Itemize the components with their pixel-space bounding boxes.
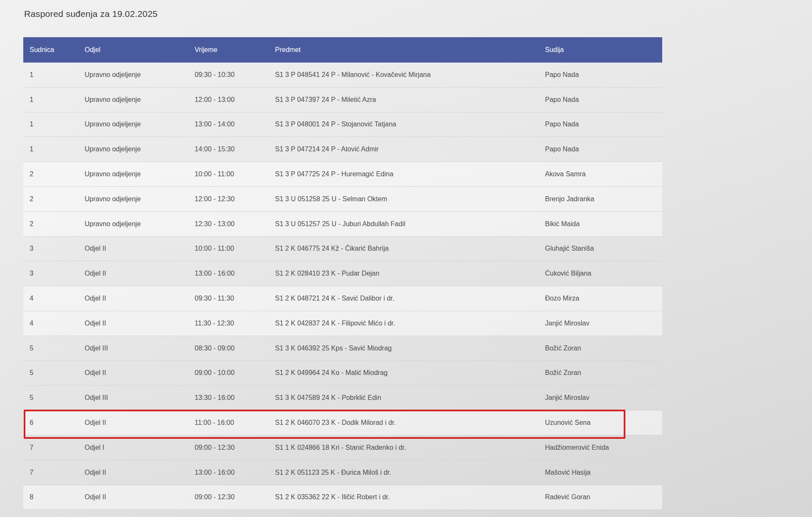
cell-predmet: S1 2 K 046070 23 K - Dodik Milorad i dr. [275, 419, 545, 427]
cell-odjel: Odjel II [85, 245, 195, 252]
cell-sudija: Brenjo Jadranka [545, 195, 662, 203]
cell-vrijeme: 13:00 - 14:00 [195, 120, 275, 128]
cell-sudija: Papo Nada [545, 71, 662, 79]
cell-odjel: Odjel II [85, 419, 195, 427]
cell-sudnica: 2 [23, 220, 85, 228]
table-row: 3Odjel II10:00 - 11:00S1 2 K 046775 24 K… [23, 237, 662, 262]
cell-predmet: S1 2 K 042837 24 K - Filipović Mićo i dr… [275, 320, 545, 327]
cell-odjel: Odjel II [85, 369, 195, 377]
cell-predmet: S1 3 K 046392 25 Kps - Savić Miodrag [275, 345, 545, 352]
cell-vrijeme: 11:00 - 16:00 [195, 419, 275, 427]
cell-sudnica: 1 [23, 120, 85, 128]
table-row: 7Odjel I09:00 - 12:30S1 1 K 024866 18 Kr… [23, 435, 662, 460]
table-row: 4Odjel II09:30 - 11:30S1 2 K 048721 24 K… [23, 286, 662, 311]
cell-sudnica: 6 [23, 419, 85, 427]
cell-vrijeme: 09:00 - 12:30 [195, 444, 275, 451]
cell-vrijeme: 09:00 - 10:00 [195, 369, 275, 377]
cell-sudija: Mašović Hasija [545, 469, 662, 476]
cell-sudija: Uzunović Sena [545, 419, 662, 427]
column-header-sudija: Sudija [545, 46, 662, 54]
cell-vrijeme: 11:30 - 12:30 [195, 320, 275, 327]
cell-predmet: S1 2 K 046775 24 Kž - Čikarić Bahrija [275, 245, 545, 252]
column-header-predmet: Predmet [275, 46, 545, 54]
cell-vrijeme: 12:00 - 13:00 [195, 96, 275, 104]
cell-sudnica: 3 [23, 245, 85, 252]
column-header-odjel: Odjel [85, 46, 195, 54]
cell-sudija: Papo Nada [545, 145, 662, 153]
cell-odjel: Odjel II [85, 270, 195, 277]
cell-predmet: S1 2 K 049964 24 Ko - Malić Miodrag [275, 369, 545, 377]
table-row: 4Odjel II11:30 - 12:30S1 2 K 042837 24 K… [23, 311, 662, 336]
cell-vrijeme: 09:00 - 12:30 [195, 493, 275, 501]
cell-sudija: Akova Samra [545, 170, 662, 178]
cell-vrijeme: 13:00 - 16:00 [195, 469, 275, 476]
cell-sudnica: 2 [23, 170, 85, 178]
column-header-sudnica: Sudnica [23, 46, 85, 54]
cell-sudnica: 7 [23, 469, 85, 476]
table-row: 2Upravno odjeljenje10:00 - 11:00S1 3 P 0… [23, 162, 662, 187]
cell-odjel: Upravno odjeljenje [85, 96, 195, 104]
page-title: Raspored suđenja za 19.02.2025 [24, 9, 157, 19]
column-header-vrijeme: Vrijeme [195, 46, 275, 54]
cell-sudija: Radević Goran [545, 493, 662, 501]
cell-vrijeme: 09:30 - 11:30 [195, 295, 275, 302]
cell-sudija: Papo Nada [545, 120, 662, 128]
schedule-table: Sudnica Odjel Vrijeme Predmet Sudija 1Up… [23, 37, 662, 510]
cell-odjel: Odjel II [85, 469, 195, 476]
cell-vrijeme: 12:30 - 13:00 [195, 220, 275, 228]
cell-vrijeme: 10:00 - 11:00 [195, 170, 275, 178]
cell-predmet: S1 3 P 047214 24 P - Atović Admir [275, 145, 545, 153]
cell-odjel: Upravno odjeljenje [85, 170, 195, 178]
table-row: 1Upravno odjeljenje09:30 - 10:30S1 3 P 0… [23, 63, 662, 88]
cell-sudnica: 1 [23, 71, 85, 79]
cell-predmet: S1 2 K 028410 23 K - Pudar Dejan [275, 270, 545, 277]
cell-predmet: S1 2 K 048721 24 K - Savić Dalibor i dr. [275, 295, 545, 302]
cell-odjel: Upravno odjeljenje [85, 120, 195, 128]
cell-sudija: Janjić Miroslav [545, 394, 662, 402]
cell-sudnica: 3 [23, 270, 85, 277]
cell-predmet: S1 3 P 048541 24 P - Milanović - Kovačev… [275, 71, 545, 79]
table-row: 1Upravno odjeljenje14:00 - 15:30S1 3 P 0… [23, 137, 662, 162]
table-row: 7Odjel II13:00 - 16:00S1 2 K 051123 25 K… [23, 460, 662, 485]
cell-sudija: Gluhajić Staniša [545, 245, 662, 252]
cell-predmet: S1 3 P 047397 24 P - Miletić Azra [275, 96, 545, 104]
cell-sudnica: 5 [23, 345, 85, 352]
table-body: 1Upravno odjeljenje09:30 - 10:30S1 3 P 0… [23, 63, 662, 510]
cell-odjel: Odjel III [85, 345, 195, 352]
cell-predmet: S1 3 P 047725 24 P - Huremagić Edina [275, 170, 545, 178]
cell-sudnica: 1 [23, 145, 85, 153]
cell-odjel: Upravno odjeljenje [85, 220, 195, 228]
cell-predmet: S1 3 P 048001 24 P - Stojanović Tatjana [275, 120, 545, 128]
cell-sudnica: 1 [23, 96, 85, 104]
table-row: 5Odjel III08:30 - 09:00S1 3 K 046392 25 … [23, 336, 662, 361]
cell-vrijeme: 08:30 - 09:00 [195, 345, 275, 352]
table-row: 3Odjel II13:00 - 16:00S1 2 K 028410 23 K… [23, 261, 662, 286]
cell-sudija: Đozo Mirza [545, 295, 662, 302]
cell-vrijeme: 10:00 - 11:00 [195, 245, 275, 252]
table-row: 6Odjel II11:00 - 16:00S1 2 K 046070 23 K… [23, 410, 662, 435]
cell-vrijeme: 13:30 - 16:00 [195, 394, 275, 402]
cell-sudnica: 4 [23, 320, 85, 327]
table-row: 8Odjel II09:00 - 12:30S1 2 K 035362 22 K… [23, 485, 662, 510]
cell-vrijeme: 14:00 - 15:30 [195, 145, 275, 153]
cell-odjel: Odjel I [85, 444, 195, 451]
cell-odjel: Upravno odjeljenje [85, 145, 195, 153]
cell-odjel: Odjel II [85, 295, 195, 302]
cell-sudnica: 8 [23, 493, 85, 501]
cell-predmet: S1 2 K 035362 22 K - Iličić Robert i dr. [275, 493, 545, 501]
cell-sudnica: 7 [23, 444, 85, 451]
cell-sudija: Ćuković Biljana [545, 270, 662, 277]
cell-sudnica: 2 [23, 195, 85, 203]
cell-predmet: S1 3 U 051257 25 U - Juburi Abdullah Fad… [275, 220, 545, 228]
cell-sudija: Božić Zoran [545, 345, 662, 352]
cell-vrijeme: 12:00 - 12:30 [195, 195, 275, 203]
cell-odjel: Odjel II [85, 493, 195, 501]
cell-predmet: S1 2 K 051123 25 K - Đurica Miloš i dr. [275, 469, 545, 476]
cell-odjel: Odjel III [85, 394, 195, 402]
cell-odjel: Odjel II [85, 320, 195, 327]
cell-vrijeme: 13:00 - 16:00 [195, 270, 275, 277]
table-row: 2Upravno odjeljenje12:30 - 13:00S1 3 U 0… [23, 212, 662, 237]
cell-sudnica: 5 [23, 394, 85, 402]
cell-odjel: Upravno odjeljenje [85, 195, 195, 203]
cell-predmet: S1 1 K 024866 18 Kri - Stanić Radenko i … [275, 444, 545, 451]
